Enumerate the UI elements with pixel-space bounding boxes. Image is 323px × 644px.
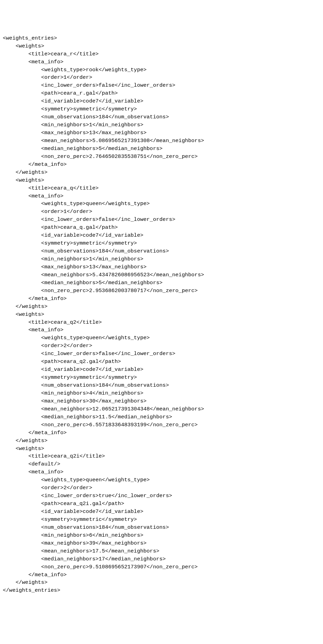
xml-document: <weights_entries> <weights> <title>ceara…: [3, 34, 320, 595]
